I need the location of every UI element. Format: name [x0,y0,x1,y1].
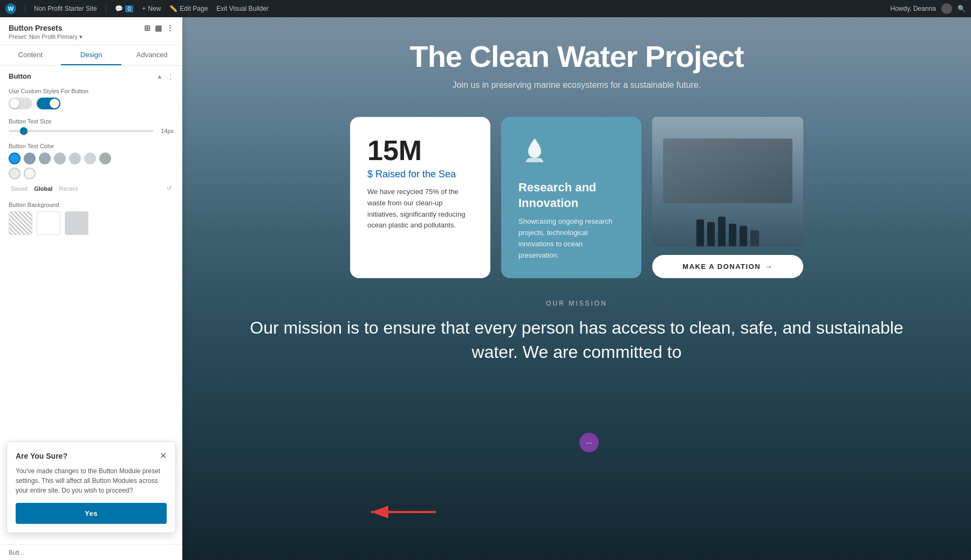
edit-icon: ✏️ [169,5,177,12]
mission-section: OUR MISSION Our mission is to ensure tha… [182,300,971,364]
edit-page-link[interactable]: ✏️ Edit Page [169,5,208,12]
columns-icon[interactable]: ▦ [155,24,162,32]
bg-preview-gray[interactable] [65,211,88,235]
text-color-swatches [9,153,174,164]
silhouette-2 [707,222,715,246]
card-research: Research and Innovation Showcasing ongoi… [501,117,641,278]
chat-icon: ··· [586,438,592,447]
new-label: New [148,5,161,12]
greeting-label: Howdy, Deanna [891,5,936,12]
text-size-value: 14px [158,128,174,134]
sub-tab-saved[interactable]: Saved [9,184,30,193]
button-section-header: Button ▲ ⋮ [9,72,174,80]
mission-label: OUR MISSION [247,300,906,307]
sub-tab-global[interactable]: Global [32,184,54,193]
exit-builder-link[interactable]: Exit Visual Builder [216,5,269,12]
background-label: Button Background [9,202,174,208]
panel-header-icons: ⊞ ▦ ⋮ [144,24,174,32]
color-swatch-4[interactable] [54,153,66,164]
yes-button[interactable]: Yes [16,503,167,524]
confirm-close-button[interactable]: ✕ [160,451,167,461]
text-size-slider-row: 14px [9,128,174,134]
color-swatch-2[interactable] [24,153,36,164]
text-color-label: Button Text Color [9,143,174,149]
text-color-swatches-row2 [9,168,174,179]
card-stat: 15M $ Raised for the Sea We have recycle… [350,117,490,278]
confirm-dialog: Are You Sure? ✕ You've made changes to t… [6,441,176,533]
donation-button[interactable]: MAKE A DONATION → [652,255,803,278]
confirm-text: You've made changes to the Button Module… [16,466,167,495]
custom-styles-label: Use Custom Styles For Button [9,88,174,94]
sub-tab-refresh[interactable]: ↺ [165,184,174,193]
background-field: Button Background [9,202,174,235]
more-options-icon[interactable]: ⋮ [166,24,174,32]
silhouette-dog [750,230,759,246]
card-photo [652,117,803,246]
donation-button-arrow: → [765,262,773,271]
panel-header: Button Presets ⊞ ▦ ⋮ Preset: Non Profit … [0,17,182,45]
tab-design[interactable]: Design [61,45,122,65]
wp-logo-button[interactable]: W [5,3,16,14]
search-admin-button[interactable]: 🔍 [958,5,966,12]
separator-2 [106,4,106,13]
color-swatch-9[interactable] [24,168,36,179]
silhouette-4 [729,224,736,246]
text-color-field: Button Text Color Saved Global [9,143,174,193]
right-content: The Clean Water Project Join us in prese… [182,17,971,560]
card-research-title: Research and Innovation [518,180,624,211]
separator-1 [25,4,25,13]
sub-tab-recent[interactable]: Recent [57,184,80,193]
tab-advanced[interactable]: Advanced [121,45,182,65]
site-name-link[interactable]: Non Profit Starter Site [34,5,97,12]
photo-landscape [663,139,792,203]
text-size-field: Button Text Size 14px [9,118,174,134]
admin-bar-right: Howdy, Deanna 🔍 [891,3,966,14]
donation-button-label: MAKE A DONATION [682,262,761,271]
cards-row: 15M $ Raised for the Sea We have recycle… [182,117,971,278]
confirm-header: Are You Sure? ✕ [16,451,167,461]
section-title: Button [9,72,31,80]
new-item-link[interactable]: + New [142,5,161,12]
comment-icon: 💬 [115,5,123,12]
comment-count: 0 [125,5,134,12]
expand-icon[interactable]: ⊞ [144,24,151,32]
panel-subtitle: Preset: Non Profit Primary ▾ [9,33,174,40]
panel-tabs: Content Design Advanced [0,45,182,66]
custom-styles-toggle-on[interactable] [37,98,60,109]
silhouette-3 [718,217,726,246]
text-size-slider-track[interactable] [9,130,153,132]
custom-styles-toggle-row [9,98,174,109]
bottom-label: Butt... [0,544,182,560]
card-image-area: MAKE A DONATION → [652,117,803,278]
bg-preview-checkered[interactable] [9,211,32,235]
panel-title-row: Button Presets ⊞ ▦ ⋮ [9,24,174,32]
card-research-text: Showcasing ongoing research projects, te… [518,216,624,261]
color-swatch-5[interactable] [69,153,81,164]
collapse-icon[interactable]: ▲ [156,73,163,80]
color-swatch-6[interactable] [84,153,96,164]
card-stat-text: We have recycled 75% of the waste from o… [367,186,473,231]
water-drop-icon [518,134,624,171]
left-panel: Button Presets ⊞ ▦ ⋮ Preset: Non Profit … [0,17,182,560]
color-swatch-active[interactable] [9,153,20,164]
main-layout: Button Presets ⊞ ▦ ⋮ Preset: Non Profit … [0,17,971,560]
bg-preview-white[interactable] [37,211,60,235]
card-stat-number: 15M [367,134,473,167]
card-stat-link[interactable]: $ Raised for the Sea [367,169,473,180]
page-background: The Clean Water Project Join us in prese… [182,17,971,560]
custom-styles-toggle[interactable] [9,98,32,109]
color-swatch-8[interactable] [9,168,20,179]
tab-content[interactable]: Content [0,45,61,65]
chat-bubble[interactable]: ··· [579,433,599,452]
exit-builder-label: Exit Visual Builder [216,5,269,12]
text-size-slider-thumb[interactable] [20,127,28,135]
color-swatch-3[interactable] [39,153,51,164]
section-more-icon[interactable]: ⋮ [167,73,174,80]
site-name-label: Non Profit Starter Site [34,5,97,12]
wp-logo-icon: W [5,3,16,14]
color-swatch-7[interactable] [99,153,111,164]
comments-link[interactable]: 💬 0 [115,5,134,12]
hero-section: The Clean Water Project Join us in prese… [182,17,971,117]
new-icon: + [142,5,146,12]
custom-styles-field: Use Custom Styles For Button [9,88,174,109]
